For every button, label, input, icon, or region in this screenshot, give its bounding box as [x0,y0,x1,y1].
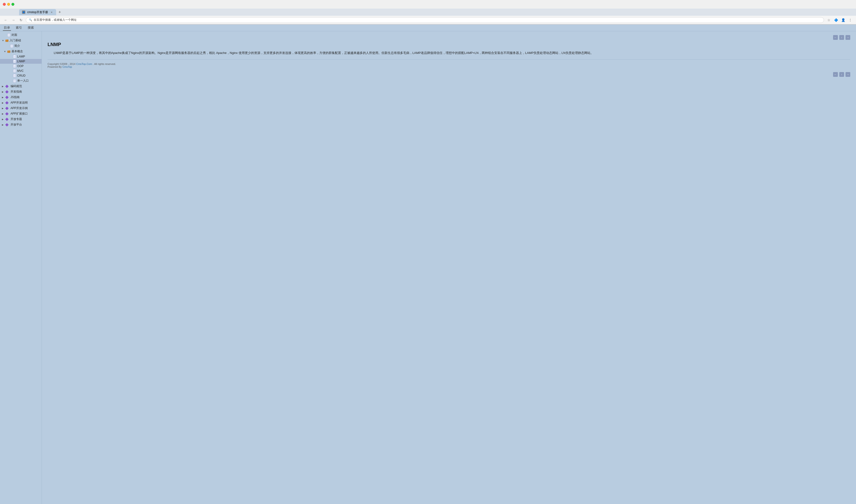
user-icon[interactable]: 👤 [840,17,846,23]
diamond-icon-dev-guide [5,90,8,93]
sidebar-item-open-platform[interactable]: ▶ 开放平台 [0,122,41,127]
tab-close-button[interactable]: ✕ [50,11,53,14]
up-arrow-top[interactable]: ↑ [839,35,844,40]
sidebar-label-app-extend: APP扩展接口 [11,112,28,116]
sidebar-label-intro-group: 入门基础 [10,38,21,42]
next-arrow-top[interactable]: → [845,35,850,40]
sidebar-item-dev-guide[interactable]: ▶ 开发指南 [0,89,41,94]
sidebar-item-app-dev-desc[interactable]: ▶ APP开发说明 [0,100,41,106]
arrow-intro-group: ▼ [2,39,4,42]
sidebar-item-mvc[interactable]: □ MVC [0,69,41,73]
sidebar-item-open-topics[interactable]: ▶ 开放专题 [0,116,41,122]
powered-by-link[interactable]: CmsTop [62,66,72,68]
prev-arrow-top[interactable]: ← [833,35,838,40]
maximize-button[interactable] [12,3,14,6]
extensions-icon[interactable]: 🔷 [833,17,839,23]
sidebar-label-app-dev-example: APP开发示例 [11,106,28,110]
arrow-open-topics: ▶ [2,118,4,121]
sidebar-label-open-platform: 开放平台 [11,123,22,127]
sidebar-item-crud[interactable]: □ CRUD [0,73,41,78]
diamond-icon-open-topics [5,118,8,121]
sidebar-item-app-dev-example[interactable]: ▶ APP开发示例 [0,106,41,111]
reload-button[interactable]: ↻ [18,17,24,23]
sidebar-item-lnmp[interactable]: □ LNMP [0,59,41,64]
toolbar-index[interactable]: 索引 [15,25,23,31]
sidebar-label-intro: 简介 [14,44,20,48]
nav-right-icons: ☆ 🔷 👤 ⋮ [826,17,853,23]
footer: Copyright ©2009 - 2014 CmsTop.Com . All … [48,62,850,68]
title-bar [0,0,856,8]
browser-chrome: 🔵 cmstop开发手册 ✕ + ← → ↻ 🔍 在百度中搜索，或者输入一个网址… [0,0,856,24]
close-button[interactable] [3,3,6,6]
doc-icon-intro: □ [10,44,13,48]
sidebar-item-app-extend[interactable]: ▶ APP扩展接口 [0,111,41,116]
sidebar-label-open-topics: 开放专题 [11,117,22,121]
sidebar-item-single-entry[interactable]: □ 单一入口 [0,78,41,84]
diamond-icon-js-guide [5,96,8,99]
arrow-js-guide: ▶ [2,96,4,98]
new-tab-button[interactable]: + [57,10,63,15]
prev-arrow-bottom[interactable]: ← [833,72,838,77]
top-nav-arrows: ← ↑ → [48,35,850,40]
doc-icon-mvc: □ [13,69,16,73]
bottom-nav-arrows: ← ↑ → [48,72,850,77]
arrow-app-extend: ▶ [2,113,4,115]
arrow-app-dev-desc: ▶ [2,102,4,104]
nav-bar: ← → ↻ 🔍 在百度中搜索，或者输入一个网址 ☆ 🔷 👤 ⋮ [0,16,856,24]
sidebar-item-coding-standards[interactable]: ▶ 编码规范 [0,84,41,89]
sidebar-item-intro[interactable]: □ 简介 [0,43,41,49]
traffic-lights [3,3,14,6]
back-button[interactable]: ← [3,17,8,23]
address-bar[interactable]: 🔍 在百度中搜索，或者输入一个网址 [26,17,824,23]
next-arrow-bottom[interactable]: → [845,72,850,77]
diamond-icon-app-extend [5,112,8,115]
sidebar-label-cover: 封面 [12,33,17,37]
address-text: 在百度中搜索，或者输入一个网址 [34,18,77,22]
toolbar-toc[interactable]: 目录 [3,25,11,31]
powered-by-text: Powered By [48,66,62,68]
tab-favicon-icon: 🔵 [22,11,25,14]
content-divider [48,59,850,60]
sidebar-item-js-guide[interactable]: ▶ JS指南 [0,94,41,100]
minimize-button[interactable] [7,3,10,6]
sidebar-label-coding-standards: 编码规范 [11,84,22,88]
page-container: □ 封面 ▼ 入门基础 □ 简介 ▼ [0,31,856,504]
bookmark-icon[interactable]: ☆ [826,17,832,23]
arrow-app-dev-example: ▶ [2,107,4,110]
toolbar-search[interactable]: 搜索 [27,25,35,31]
copyright-link[interactable]: CmsTop.Com [76,62,92,66]
sidebar-item-cover[interactable]: □ 封面 [0,32,41,38]
folder-icon-basic-concepts [7,50,11,53]
sidebar-item-intro-group[interactable]: ▼ 入门基础 [0,38,41,43]
up-arrow-bottom[interactable]: ↑ [839,72,844,77]
doc-icon-crud: □ [13,74,16,77]
tab-bar: 🔵 cmstop开发手册 ✕ + [0,8,856,16]
sidebar-label-app-dev-desc: APP开发说明 [11,101,28,105]
content-body: LNMP是基于LAMP的一种演变，将其中的Apache换成了Nginx的开源架构… [48,50,850,56]
browser-tab[interactable]: 🔵 cmstop开发手册 ✕ [19,9,56,15]
doc-icon-lnmp: □ [13,60,16,63]
sidebar-item-lamp[interactable]: □ LAMP [0,54,41,59]
sidebar: □ 封面 ▼ 入门基础 □ 简介 ▼ [0,31,42,504]
sidebar-item-basic-concepts[interactable]: ▼ 基本概念 [0,49,41,54]
doc-icon-cover: □ [7,33,11,37]
doc-icon-single-entry: □ [13,79,16,83]
svg-rect-3 [7,51,8,51]
arrow-basic-concepts: ▼ [4,50,6,53]
content-title: LNMP [48,42,850,47]
sidebar-label-lnmp: LNMP [17,60,25,63]
toolbar: 目录 索引 搜索 [0,24,856,31]
diamond-icon-app-dev-example [5,107,8,110]
copyright-line: Copyright ©2009 - 2014 CmsTop.Com . All … [48,62,850,66]
copyright-text: Copyright ©2009 - 2014 [48,62,76,66]
sidebar-label-crud: CRUD [17,74,25,77]
arrow-dev-guide: ▶ [2,91,4,93]
diamond-icon-coding-standards [5,85,8,88]
svg-rect-1 [5,40,7,40]
menu-icon[interactable]: ⋮ [848,17,853,23]
forward-button[interactable]: → [11,17,16,23]
powered-by-line: Powered By CmsTop [48,66,850,68]
sidebar-label-mvc: MVC [17,69,24,73]
sidebar-item-oop[interactable]: □ OOP [0,64,41,69]
arrow-coding-standards: ▶ [2,85,4,88]
